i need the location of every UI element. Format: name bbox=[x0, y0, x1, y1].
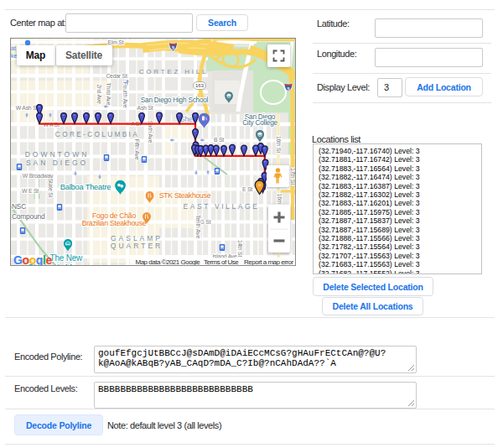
svg-text:at: at bbox=[11, 45, 16, 51]
svg-text:SAN DIEGO: SAN DIEGO bbox=[26, 159, 88, 167]
svg-text:QUARTER: QUARTER bbox=[111, 242, 163, 250]
svg-text:B St: B St bbox=[214, 137, 224, 143]
svg-text:16th: 16th bbox=[277, 194, 283, 205]
svg-text:Brazilian Steakhouse: Brazilian Steakhouse bbox=[82, 219, 147, 227]
svg-text:Compound: Compound bbox=[12, 212, 45, 221]
svg-text:Balboa Theatre: Balboa Theatre bbox=[60, 183, 111, 191]
svg-text:DOWNTOWN: DOWNTOWN bbox=[25, 150, 90, 159]
svg-text:City College: City College bbox=[242, 119, 277, 127]
svg-text:E St: E St bbox=[242, 186, 252, 192]
svg-text:NSC: NSC bbox=[12, 202, 26, 211]
svg-text:Tenth Ave: Tenth Ave bbox=[195, 215, 201, 238]
svg-text:Elm St: Elm St bbox=[108, 39, 124, 45]
svg-text:Cedar St: Cedar St bbox=[106, 73, 127, 79]
svg-text:CORTEZ HILL: CORTEZ HILL bbox=[139, 68, 209, 76]
svg-text:Third Ave: Third Ave bbox=[106, 83, 111, 106]
svg-text:14th St: 14th St bbox=[237, 240, 243, 257]
svg-text:W Ash St: W Ash St bbox=[16, 105, 39, 111]
svg-text:The New: The New bbox=[50, 253, 84, 263]
svg-text:STK Steakhouse: STK Steakhouse bbox=[159, 191, 211, 200]
svg-text:17th St: 17th St bbox=[290, 168, 295, 185]
svg-text:16th St: 16th St bbox=[276, 136, 282, 153]
svg-text:163: 163 bbox=[195, 83, 205, 88]
svg-text:Ash St: Ash St bbox=[137, 105, 153, 111]
svg-text:Fifth Ave: Fifth Ave bbox=[134, 139, 140, 160]
svg-text:2nd Ave: 2nd Ave bbox=[96, 84, 102, 103]
svg-text:State St: State St bbox=[48, 179, 54, 198]
svg-text:CORE-COLUMBIA: CORE-COLUMBIA bbox=[55, 131, 139, 138]
svg-text:Fourth Ave: Fourth Ave bbox=[122, 82, 128, 108]
svg-text:San Diego High School: San Diego High School bbox=[141, 96, 209, 104]
svg-text:W E St: W E St bbox=[22, 188, 39, 194]
svg-text:GASLAMP: GASLAMP bbox=[111, 234, 163, 242]
svg-text:EAST VILLAGE: EAST VILLAGE bbox=[183, 202, 259, 211]
